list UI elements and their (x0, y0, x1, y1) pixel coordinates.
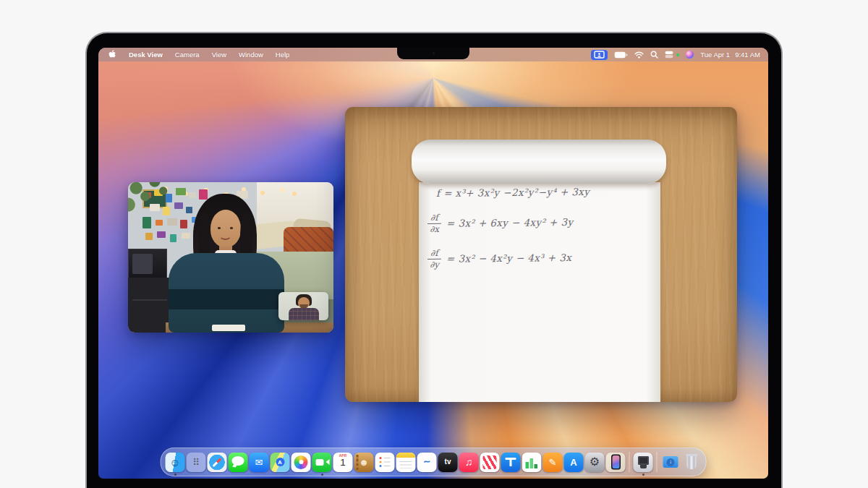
dock-item-maps[interactable] (271, 448, 290, 476)
equation-df-dx: ∂f ∂x = 3x² + 6xy − 4xy² + 3y (427, 212, 574, 234)
menu-camera[interactable]: Camera (175, 51, 200, 59)
fraction-df-dy: ∂f ∂y (427, 249, 441, 269)
dock-item-facetime[interactable] (312, 448, 332, 476)
wifi-icon[interactable] (634, 51, 644, 59)
menu-desk-view[interactable]: Desk View (129, 51, 163, 59)
search-icon[interactable] (650, 51, 658, 59)
dock-item-contacts[interactable]: ☻ (354, 448, 374, 476)
desk-view-status-icon[interactable] (591, 50, 608, 60)
camera-dot (433, 52, 435, 54)
self-view-pip[interactable] (278, 292, 328, 320)
music-icon: ♫ (459, 453, 479, 472)
caller-sweater (169, 253, 284, 333)
pinned-photo (182, 233, 190, 239)
finder-icon: ☺ (166, 453, 185, 472)
dock-item-settings[interactable]: ⚙ (585, 448, 605, 476)
mail-icon: ✉ (250, 453, 269, 472)
dock-item-trash[interactable] (682, 448, 702, 476)
mini-fridge (128, 278, 171, 333)
dock-item-pages[interactable]: ✎ (543, 448, 563, 476)
reminders-icon (375, 453, 395, 472)
menu-window[interactable]: Window (239, 51, 263, 59)
dock-item-reminders[interactable] (375, 448, 395, 476)
dock-item-safari[interactable] (208, 448, 227, 476)
stage: Desk ViewCameraViewWindowHelp Tue Apr 1 … (0, 0, 868, 488)
dock-item-appletv[interactable]: tv (438, 448, 458, 476)
pinned-photo (189, 192, 196, 198)
maps-icon (271, 453, 290, 472)
calendar-icon: APR1 (333, 453, 353, 472)
news-icon (480, 453, 500, 472)
pinned-photo (170, 234, 176, 242)
caller-face (210, 210, 241, 247)
camera-in-use-indicator (676, 53, 679, 56)
notes-icon (396, 453, 416, 472)
dock-item-calendar[interactable]: APR1 (333, 448, 353, 476)
pages-icon: ✎ (543, 453, 563, 472)
self-shirt (289, 308, 319, 320)
dock-item-mail[interactable]: ✉ (250, 448, 269, 476)
launchpad-icon: ⠿ (187, 453, 206, 472)
fraction-df-dx: ∂f ∂x (427, 213, 441, 234)
screen: Desk ViewCameraViewWindowHelp Tue Apr 1 … (98, 48, 768, 479)
pinned-photo (157, 231, 166, 238)
control-center-icon[interactable] (665, 51, 673, 59)
freeform-icon: ~ (417, 453, 437, 472)
apple-logo-icon[interactable] (109, 50, 116, 59)
appletv-icon: tv (438, 453, 458, 472)
self-face (298, 297, 310, 309)
dock: ☺⠿✉APR1☻~tv♫✎A⚙↓ (161, 448, 707, 476)
menu-help[interactable]: Help (276, 51, 290, 59)
desk-paper (212, 325, 245, 331)
dock-item-keynote[interactable] (501, 448, 521, 476)
dock-item-numbers[interactable] (522, 448, 542, 476)
iphone-mirroring-icon (606, 453, 626, 472)
dock-item-freeform[interactable]: ~ (417, 448, 437, 476)
pinned-photo (186, 207, 192, 213)
microwave (128, 249, 167, 279)
keynote-icon (501, 453, 521, 472)
dock-item-photos[interactable] (292, 448, 311, 476)
facetime-icon (312, 453, 332, 472)
photos-icon (292, 453, 311, 472)
dock-item-music[interactable]: ♫ (459, 448, 479, 476)
menubar-clock[interactable]: Tue Apr 1 9:41 AM (700, 51, 760, 59)
numbers-icon (522, 453, 542, 472)
dock-item-news[interactable] (480, 448, 500, 476)
dock-item-notes[interactable] (396, 448, 416, 476)
menubar-date: Tue Apr 1 (700, 51, 730, 59)
trash-icon (682, 453, 702, 472)
facetime-window[interactable] (128, 182, 333, 333)
safari-icon (208, 453, 227, 472)
contacts-icon: ☻ (354, 453, 374, 472)
battery-icon[interactable] (614, 51, 628, 59)
dock-item-finder[interactable]: ☺ (166, 448, 185, 476)
equation-df-dy: ∂f ∂y = 3x² − 4x²y − 4x³ + 3x (427, 247, 571, 269)
dock-item-iphone-mirroring[interactable] (606, 448, 626, 476)
menubar-time: 9:41 AM (735, 51, 760, 59)
pinned-photo (180, 220, 187, 228)
desk-view-window[interactable]: f = x³+ 3x²y −2x²y²−y⁴ + 3xy ∂f ∂x = 3x²… (345, 107, 737, 402)
dock-separator (657, 452, 658, 472)
dock-item-downloads[interactable]: ↓ (661, 448, 681, 476)
dock-item-launchpad[interactable]: ⠿ (187, 448, 206, 476)
equation-f: f = x³+ 3x²y −2x²y²−y⁴ + 3xy (436, 186, 590, 199)
downloads-icon: ↓ (661, 453, 681, 472)
dock-item-deskview[interactable] (634, 448, 653, 476)
siri-icon[interactable] (686, 51, 694, 59)
pinned-photo (199, 189, 208, 200)
messages-icon (229, 453, 248, 472)
settings-icon: ⚙ (585, 453, 605, 472)
dock-item-appstore[interactable]: A (564, 448, 584, 476)
hanging-plant (128, 182, 180, 224)
macbook-frame: Desk ViewCameraViewWindowHelp Tue Apr 1 … (85, 32, 783, 488)
dock-item-messages[interactable] (229, 448, 248, 476)
display-notch (397, 48, 469, 59)
pinned-photo (145, 233, 153, 240)
menu-view[interactable]: View (212, 51, 226, 59)
deskview-icon (634, 453, 653, 472)
dock-separator (629, 452, 630, 472)
appstore-icon: A (564, 453, 584, 472)
notepad-curl (412, 140, 666, 184)
menu-items: Desk ViewCameraViewWindowHelp (129, 51, 289, 59)
